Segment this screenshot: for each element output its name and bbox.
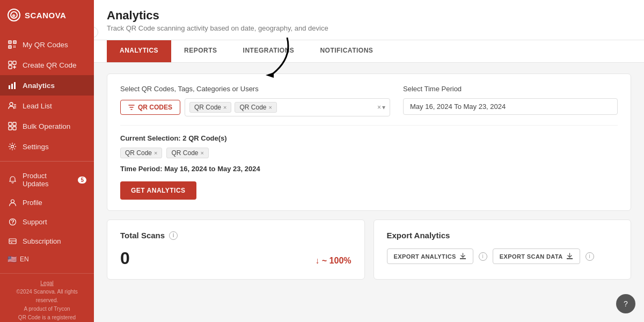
sidebar-item-label: Support xyxy=(23,218,47,226)
svg-rect-7 xyxy=(10,47,11,48)
sidebar-item-profile[interactable]: Profile xyxy=(0,193,94,212)
tag-label: QR Code xyxy=(194,104,221,111)
svg-point-29 xyxy=(11,200,14,203)
chevron-down-icon[interactable]: ▾ xyxy=(382,104,385,111)
svg-rect-13 xyxy=(13,61,16,64)
filter-row: QR CODES QR Code × QR Code × xyxy=(120,98,390,116)
footer-product: A product of Trycon xyxy=(8,305,86,313)
app-logo[interactable]: ⊕ SCANOVA xyxy=(0,0,94,30)
filter-btn-label: QR CODES xyxy=(138,104,172,111)
svg-rect-17 xyxy=(9,85,10,89)
export-scan-data-button[interactable]: EXPORT SCAN DATA xyxy=(493,248,580,264)
tag-close-icon[interactable]: × xyxy=(269,105,272,111)
tab-notifications[interactable]: NOTIFICATIONS xyxy=(307,40,386,62)
selection-row: Select QR Codes, Tags, Categories or Use… xyxy=(120,85,618,116)
tag-label: QR Code xyxy=(171,149,198,157)
filter-qr-codes-button[interactable]: QR CODES xyxy=(120,100,180,115)
current-tag-2[interactable]: QR Code × xyxy=(166,148,208,158)
selected-tag-2[interactable]: QR Code × xyxy=(235,102,276,113)
svg-rect-14 xyxy=(9,65,12,69)
profile-icon xyxy=(8,197,17,207)
bell-icon xyxy=(8,175,17,185)
tab-bar: ANALYTICS REPORTS INTEGRATIONS NOTIFICAT… xyxy=(94,40,644,63)
sidebar-item-my-qr-codes[interactable]: My QR Codes xyxy=(0,34,94,55)
page-header: Analytics Track QR Code scanning activit… xyxy=(94,0,644,40)
selected-tag-1[interactable]: QR Code × xyxy=(189,102,231,113)
svg-rect-5 xyxy=(10,42,11,43)
svg-rect-6 xyxy=(14,42,16,43)
time-period-input[interactable] xyxy=(403,98,618,115)
current-selection-section: Current Selection: 2 QR Code(s) QR Code … xyxy=(120,125,618,200)
flag-icon: 🇺🇸 xyxy=(8,255,17,264)
sidebar: ⊕ SCANOVA My QR Codes xyxy=(0,0,94,322)
tab-reports[interactable]: REPORTS xyxy=(171,40,230,62)
sidebar-bottom: Product Updates 5 Profile Support xyxy=(0,161,94,273)
sidebar-footer: Legal ©2024 Scanova. All rights reserved… xyxy=(0,273,94,322)
export-analytics-button[interactable]: EXPORT ANALYTICS xyxy=(387,248,473,264)
get-analytics-button[interactable]: GET ANALYTICS xyxy=(120,181,196,200)
clear-icon[interactable]: × xyxy=(377,104,381,111)
svg-rect-24 xyxy=(9,122,12,126)
sidebar-item-label: Create QR Code xyxy=(23,61,77,69)
export-scan-data-info-icon[interactable]: i xyxy=(586,252,594,261)
sidebar-item-subscription[interactable]: Subscription xyxy=(0,231,94,251)
svg-rect-9 xyxy=(15,46,16,47)
subscription-icon xyxy=(8,236,17,246)
lead-icon xyxy=(8,101,17,111)
sidebar-item-label: Subscription xyxy=(23,237,61,245)
footer-trademark: QR Code is a registered trademark of Den… xyxy=(8,313,86,322)
sidebar-item-label: Profile xyxy=(23,199,42,207)
tab-analytics[interactable]: ANALYTICS xyxy=(107,40,171,62)
sidebar-item-settings[interactable]: Settings xyxy=(0,136,94,157)
svg-rect-18 xyxy=(11,84,13,89)
page-subtitle: Track QR Code scanning activity based on… xyxy=(107,24,631,32)
sidebar-item-product-updates[interactable]: Product Updates 5 xyxy=(0,167,94,193)
export-analytics-label: EXPORT ANALYTICS xyxy=(394,253,456,260)
total-scans-title: Total Scans i xyxy=(120,231,352,240)
sidebar-item-support[interactable]: Support xyxy=(0,212,94,231)
tag-close-icon[interactable]: × xyxy=(201,150,204,156)
help-button[interactable]: ? xyxy=(616,294,635,313)
current-tag-1[interactable]: QR Code × xyxy=(120,148,162,158)
sidebar-item-label: Bulk Operation xyxy=(23,122,70,130)
product-updates-badge: 5 xyxy=(78,177,86,184)
tag-label: QR Code xyxy=(239,104,266,111)
support-icon xyxy=(8,217,17,226)
svg-text:⊕: ⊕ xyxy=(12,13,16,18)
main-content: ‹ Analytics Track QR Code scanning activ… xyxy=(94,0,644,322)
language-selector[interactable]: 🇺🇸 EN xyxy=(0,251,94,268)
sidebar-item-label: Analytics xyxy=(23,82,55,90)
svg-point-28 xyxy=(11,145,14,148)
export-analytics-title: Export Analytics xyxy=(387,231,618,240)
tag-close-icon[interactable]: × xyxy=(154,150,157,156)
export-analytics-info-icon[interactable]: i xyxy=(479,252,487,261)
svg-rect-11 xyxy=(15,47,16,48)
qr-selection-label: Select QR Codes, Tags, Categories or Use… xyxy=(120,85,390,93)
sidebar-nav: My QR Codes Create QR Code xyxy=(0,30,94,161)
total-scans-info-icon[interactable]: i xyxy=(169,231,178,240)
sidebar-item-label: Product Updates xyxy=(23,172,71,188)
bottom-cards: Total Scans i 0 ↓ ~ 100% Export Analytic… xyxy=(107,219,631,280)
tag-dropdown-button[interactable]: × ▾ xyxy=(377,104,385,111)
sidebar-item-create-qr-code[interactable]: Create QR Code xyxy=(0,55,94,75)
export-scan-data-label: EXPORT SCAN DATA xyxy=(500,253,563,260)
svg-rect-8 xyxy=(13,46,14,47)
filter-card: Select QR Codes, Tags, Categories or Use… xyxy=(107,74,631,211)
export-buttons: EXPORT ANALYTICS i EXPORT SCAN DATA xyxy=(387,248,618,264)
analytics-icon xyxy=(8,80,17,90)
sidebar-item-bulk-operation[interactable]: Bulk Operation xyxy=(0,116,94,136)
selected-tags-list: QR Code × QR Code × xyxy=(120,148,618,158)
tag-container[interactable]: QR Code × QR Code × × ▾ xyxy=(185,98,390,116)
tag-close-icon[interactable]: × xyxy=(223,105,226,111)
footer-legal[interactable]: Legal xyxy=(8,279,86,288)
svg-point-31 xyxy=(12,223,12,224)
svg-rect-19 xyxy=(14,82,16,89)
sidebar-item-analytics[interactable]: Analytics xyxy=(0,75,94,96)
tab-integrations[interactable]: INTEGRATIONS xyxy=(230,40,308,62)
svg-rect-26 xyxy=(9,127,12,130)
sidebar-item-lead-list[interactable]: Lead List xyxy=(0,96,94,116)
export-analytics-card: Export Analytics EXPORT ANALYTICS i EXPO… xyxy=(374,219,632,280)
svg-rect-25 xyxy=(13,122,16,126)
main-body: Select QR Codes, Tags, Categories or Use… xyxy=(94,63,644,290)
time-period-display: Time Period: May 16, 2024 to May 23, 202… xyxy=(120,165,618,173)
